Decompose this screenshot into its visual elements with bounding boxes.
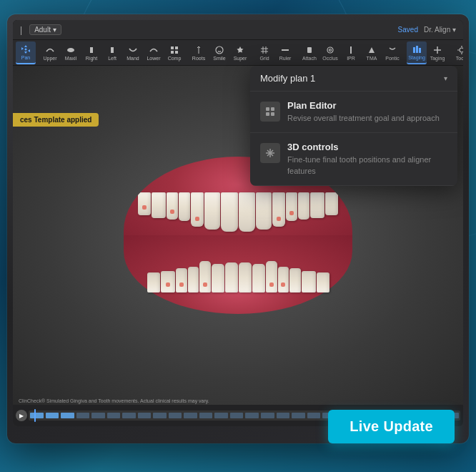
live-update-label: Live Update [349, 418, 433, 434]
svg-point-12 [329, 49, 332, 51]
svg-rect-24 [266, 107, 269, 111]
toolbar-label-grid: Grid [259, 56, 269, 61]
toolbar-btn-left[interactable]: Left [102, 41, 122, 64]
toolbar-label-pontic: Pontic [385, 56, 399, 61]
laptop-screen: | Adult ▾ Saved Dr. Align ▾ Pan [13, 20, 463, 426]
svg-rect-2 [175, 46, 178, 49]
app-icon: | [20, 25, 22, 35]
tooth-upper-4-left [179, 192, 190, 221]
svg-rect-15 [419, 48, 421, 53]
toolbar-label-upper: Upper [43, 56, 56, 61]
timeline-mark [184, 413, 197, 418]
toolbar-btn-smile[interactable]: Smile [209, 41, 229, 64]
tooth-lower-3-left [199, 261, 211, 292]
timeline-mark [107, 413, 121, 418]
upper-teeth-row [138, 192, 338, 232]
timeline-mark [214, 413, 228, 418]
toolbar-btn-ruler[interactable]: Ruler [275, 41, 295, 64]
tooth-upper-7-right [325, 192, 338, 215]
svg-rect-1 [171, 46, 174, 49]
toolbar-label-comp: Comp [168, 56, 182, 61]
toolbar-label-maxil: Maxil [65, 56, 76, 61]
timeline-mark [277, 413, 290, 418]
saved-indicator: Saved [398, 26, 418, 34]
doctor-label[interactable]: Dr. Align ▾ [424, 26, 456, 34]
toolbar-btn-tools[interactable]: Tools [452, 41, 463, 64]
tooth-lower-6-left [161, 271, 175, 292]
toolbar-btn-ipr[interactable]: IPR [341, 41, 361, 64]
toolbar-label-right: Right [86, 56, 97, 61]
tooth-upper-5-right [298, 192, 309, 220]
toolbar-label-smile: Smile [213, 56, 226, 61]
3d-controls-title: 3D controls [287, 142, 447, 152]
tooth-lower-3-right [266, 261, 277, 292]
tooth-lower-7-left [147, 272, 160, 292]
patient-selector[interactable]: Adult ▾ [29, 24, 61, 35]
toolbar-btn-attach[interactable]: Attach [299, 41, 319, 64]
toolbar-btn-pontic[interactable]: Pontic [382, 41, 402, 64]
svg-rect-14 [416, 46, 418, 53]
toolbar-label-staging: Staging [408, 55, 425, 60]
toolbar-label-mand: Mand [127, 56, 139, 61]
dropdown-chevron-icon: ▾ [444, 74, 447, 82]
toolbar-btn-mand[interactable]: Mand [123, 41, 143, 64]
toolbar-label-occlus: Occlus [322, 56, 337, 61]
modify-plan-dropdown: Modify plan 1 ▾ Plan Editor R [250, 66, 457, 186]
toolbar-btn-grid[interactable]: Grid [254, 41, 274, 64]
svg-point-16 [460, 48, 463, 52]
toolbar-btn-comp[interactable]: Comp [164, 41, 184, 64]
toolbar-label-tools: Tools [456, 56, 463, 61]
tooth-lower-1-left [225, 262, 238, 292]
patient-chevron: ▾ [53, 26, 56, 34]
dropdown-title: Modify plan 1 [260, 73, 315, 84]
svg-rect-25 [271, 107, 274, 111]
svg-point-0 [67, 48, 74, 52]
toolbar-btn-upper[interactable]: Upper [40, 41, 60, 64]
toolbar-btn-roots[interactable]: Roots [189, 41, 209, 64]
toolbar-btn-taging[interactable]: Taging [427, 41, 447, 64]
toolbar-label-left: Left [108, 56, 116, 61]
plan-editor-content: Plan Editor Revise overall treatment goa… [287, 100, 447, 124]
notification-banner: ces Template applied [13, 113, 99, 127]
toolbar-btn-super[interactable]: Super [230, 41, 250, 64]
tooth-lower-2-left [212, 264, 224, 292]
tooth-upper-3-left [191, 192, 204, 227]
tooth-lower-4-right [278, 267, 289, 292]
timeline-mark [292, 413, 305, 418]
timeline-mark [199, 413, 213, 418]
toolbar-btn-occlus[interactable]: Occlus [320, 41, 340, 64]
timeline-mark [61, 413, 74, 418]
live-update-button[interactable]: Live Update [328, 410, 455, 443]
toolbar-label-attach: Attach [302, 56, 317, 61]
toolbar-btn-pan[interactable]: Pan [16, 41, 36, 64]
svg-rect-27 [271, 112, 274, 116]
3d-controls-content: 3D controls Fine-tune final tooth positi… [287, 142, 447, 177]
toolbar-btn-maxil[interactable]: Maxil [61, 41, 81, 64]
dropdown-item-plan-editor[interactable]: Plan Editor Revise overall treatment goa… [250, 92, 457, 133]
timeline-mark [30, 413, 44, 418]
svg-rect-4 [175, 51, 178, 54]
toolbar-btn-tma[interactable]: TMA [362, 41, 382, 64]
dropdown-header[interactable]: Modify plan 1 ▾ [250, 66, 457, 92]
dropdown-item-3d-controls[interactable]: 3D controls Fine-tune final tooth positi… [250, 133, 457, 186]
tooth-lower-4-left [188, 267, 199, 292]
timeline-play-button[interactable]: ▶ [16, 410, 27, 421]
lower-gum [124, 235, 352, 314]
laptop-frame: | Adult ▾ Saved Dr. Align ▾ Pan [7, 14, 469, 443]
svg-rect-3 [171, 51, 174, 54]
title-bar: | Adult ▾ Saved Dr. Align ▾ [13, 20, 463, 40]
tooth-upper-3-right [272, 192, 285, 227]
toolbar-btn-right[interactable]: Right [81, 41, 101, 64]
toolbar-label-super: Super [234, 56, 247, 61]
tooth-upper-6-right [310, 192, 324, 218]
toolbar-btn-staging[interactable]: Staging [407, 41, 427, 64]
toolbar-label-ruler: Ruler [279, 56, 292, 61]
tooth-upper-2-right [256, 192, 272, 230]
title-bar-right: Saved Dr. Align ▾ [398, 26, 456, 34]
toolbar-btn-lower[interactable]: Lower [144, 41, 164, 64]
play-icon: ▶ [19, 413, 24, 419]
tooth-lower-5-left [176, 268, 187, 292]
timeline-mark [76, 413, 90, 418]
tooth-upper-1-left [221, 192, 238, 232]
svg-point-5 [216, 46, 223, 54]
